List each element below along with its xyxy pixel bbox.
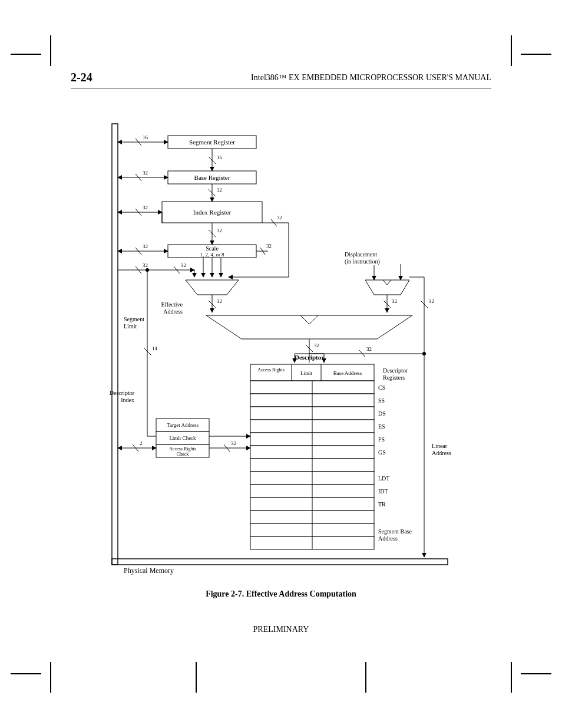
descriptor-registers-title2: Descriptor bbox=[383, 367, 408, 374]
segment-limit-label: Segment bbox=[124, 316, 144, 322]
svg-text:32: 32 bbox=[181, 262, 186, 268]
svg-text:Limit: Limit bbox=[124, 323, 137, 330]
svg-text:Address: Address bbox=[432, 450, 451, 456]
svg-text:32: 32 bbox=[266, 243, 272, 249]
physical-memory-label: Physical Memory bbox=[124, 566, 174, 575]
svg-text:Access Rights: Access Rights bbox=[257, 367, 285, 373]
index-register-box: Index Register bbox=[193, 209, 232, 216]
svg-text:SS: SS bbox=[378, 397, 385, 404]
svg-text:32: 32 bbox=[143, 243, 148, 249]
descriptor-registers-title: Descriptor bbox=[295, 354, 324, 361]
svg-text:Base Address: Base Address bbox=[333, 370, 362, 376]
svg-text:14: 14 bbox=[152, 345, 158, 351]
linear-address-label: Linear bbox=[432, 443, 448, 449]
page-number: 2-24 bbox=[71, 71, 92, 84]
displacement-label: Displacement bbox=[345, 251, 377, 258]
svg-text:Registers: Registers bbox=[383, 374, 405, 381]
segment-base-address-label: Segment Base bbox=[378, 528, 412, 535]
target-address-label: Target Address bbox=[167, 422, 199, 428]
diagram-svg: Physical Memory Segment Register 16 16 B… bbox=[106, 118, 456, 578]
svg-text:32: 32 bbox=[217, 187, 222, 193]
svg-text:DS: DS bbox=[378, 410, 386, 417]
svg-text:32: 32 bbox=[143, 205, 148, 210]
svg-text:32: 32 bbox=[392, 298, 397, 304]
svg-text:Address: Address bbox=[378, 535, 398, 542]
svg-text:32: 32 bbox=[429, 298, 434, 304]
header-rule bbox=[71, 88, 491, 89]
limit-check-label: Limit Check bbox=[169, 435, 196, 441]
svg-text:32: 32 bbox=[366, 346, 372, 352]
svg-text:IDT: IDT bbox=[378, 488, 388, 495]
page: 2-24 Intel386™ EX EMBEDDED MICROPROCESSO… bbox=[0, 0, 562, 728]
svg-rect-0 bbox=[112, 124, 118, 565]
bus-width-seg: 16 bbox=[143, 134, 148, 140]
svg-text:TR: TR bbox=[378, 501, 386, 508]
svg-text:(in instruction): (in instruction) bbox=[345, 258, 380, 265]
base-register-box: Base Register bbox=[194, 174, 230, 181]
manual-title: Intel386™ EX EMBEDDED MICROPROCESSOR USE… bbox=[251, 73, 491, 83]
svg-rect-1 bbox=[112, 559, 448, 565]
svg-text:32: 32 bbox=[217, 228, 222, 233]
svg-text:Address: Address bbox=[163, 308, 183, 315]
svg-text:1, 2, 4, or 8: 1, 2, 4, or 8 bbox=[200, 252, 224, 258]
svg-text:LDT: LDT bbox=[378, 475, 389, 482]
svg-text:ES: ES bbox=[378, 423, 385, 430]
adder bbox=[206, 315, 412, 339]
svg-text:32: 32 bbox=[143, 170, 148, 176]
effective-address-figure: Physical Memory Segment Register 16 16 B… bbox=[106, 118, 456, 578]
descriptor-register-rows bbox=[250, 381, 374, 549]
svg-text:Check: Check bbox=[177, 452, 189, 457]
svg-text:32: 32 bbox=[314, 342, 319, 348]
svg-text:Index: Index bbox=[121, 397, 134, 403]
segment-register-box: Segment Register bbox=[189, 139, 235, 146]
svg-text:16: 16 bbox=[217, 154, 223, 160]
svg-text:Limit: Limit bbox=[300, 370, 312, 376]
svg-text:2: 2 bbox=[140, 440, 143, 446]
descriptor-index-label: Descriptor bbox=[110, 390, 135, 396]
svg-text:GS: GS bbox=[378, 449, 386, 456]
svg-text:32: 32 bbox=[143, 262, 148, 268]
scale-box: Scale bbox=[206, 245, 219, 252]
svg-text:32: 32 bbox=[217, 298, 222, 304]
right-mux bbox=[365, 280, 409, 295]
figure-caption: Figure 2-7. Effective Address Computatio… bbox=[0, 589, 562, 599]
svg-text:CS: CS bbox=[378, 384, 385, 391]
effective-address-label: Effective bbox=[161, 301, 183, 308]
svg-text:32: 32 bbox=[277, 215, 282, 220]
left-mux bbox=[186, 280, 239, 295]
svg-text:FS: FS bbox=[378, 436, 385, 443]
svg-text:32: 32 bbox=[231, 440, 236, 446]
footer-preliminary: PRELIMINARY bbox=[0, 625, 562, 634]
access-rights-check-label: Access Rights bbox=[169, 446, 196, 452]
